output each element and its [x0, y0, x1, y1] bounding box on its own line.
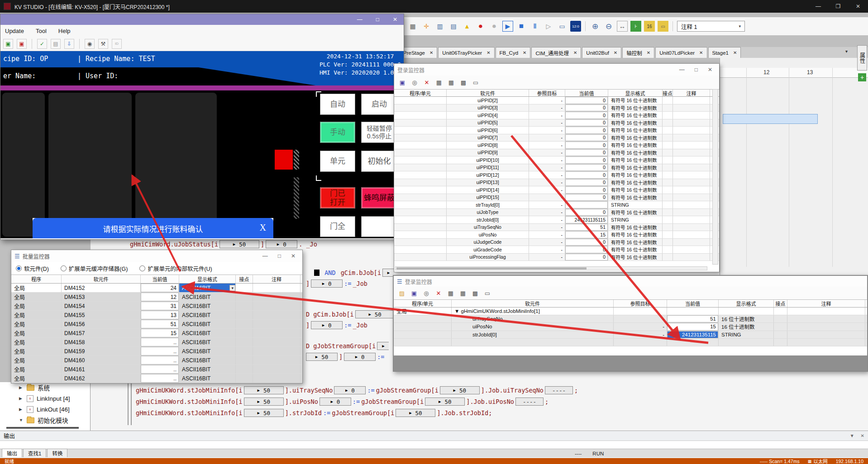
inline-value-box[interactable]: ▶50: [306, 353, 338, 361]
minimize-icon[interactable]: —: [357, 16, 362, 23]
save-icon[interactable]: ▣: [410, 289, 419, 298]
inline-value-box[interactable]: ▶50: [219, 240, 259, 248]
radio-icon[interactable]: [61, 265, 67, 271]
save-icon[interactable]: ▣: [398, 78, 407, 87]
monitor-display-icon[interactable]: ▭: [471, 78, 480, 87]
inline-value-box[interactable]: ----: [545, 386, 573, 394]
close-icon[interactable]: ✕: [848, 3, 868, 9]
table-row[interactable]: uiPPID[4]-0有符号 16 位十进制数: [394, 112, 719, 119]
insert-row-icon[interactable]: ▦: [446, 289, 455, 298]
table-row[interactable]: uiPPID[7]-0有符号 16 位十进制数: [394, 134, 719, 142]
id-icon[interactable]: ID: [112, 39, 122, 49]
inline-value-box[interactable]: ▶50: [425, 398, 465, 406]
table-row[interactable]: uiPPID[10]-0有符号 16 位十进制数: [394, 156, 719, 164]
hmi-button-blank[interactable]: [361, 216, 397, 237]
table-row[interactable]: uiPPID[8]-0有符号 16 位十进制数: [394, 142, 719, 149]
table-row[interactable]: uiPPID[2]-0有符号 16 位十进制数: [394, 97, 719, 104]
register-device-icon[interactable]: ▩: [471, 289, 480, 298]
table-row[interactable]: uiTraySeqNo-5116 位十进制数: [394, 315, 867, 323]
close-icon[interactable]: ✕: [708, 66, 712, 73]
monitor-disconnect-icon[interactable]: ▣: [17, 39, 27, 49]
table-row[interactable]: 全局DM4162..ASCII16BIT: [11, 374, 302, 383]
tree-scrollbar[interactable]: [6, 427, 79, 429]
tree-item-LinkOut [46][interactable]: ▶≡LinkOut [46]: [0, 404, 90, 415]
monitor-display-icon[interactable]: ▭: [483, 289, 492, 298]
registration-table-icon[interactable]: ▦: [407, 21, 418, 32]
tab-overflow-icon[interactable]: ▾: [845, 49, 848, 54]
menu-update[interactable]: Update: [5, 28, 24, 34]
hmi-button-自动[interactable]: 自动: [320, 94, 355, 115]
radio-icon[interactable]: [139, 265, 145, 271]
table-row[interactable]: uiPPID[6]-0有符号 16 位十进制数: [394, 127, 719, 134]
expand-icon[interactable]: ▶: [19, 407, 24, 412]
tab-close-icon[interactable]: ✕: [699, 50, 703, 55]
tab-FB_Cyd[interactable]: FB_Cyd✕: [496, 47, 531, 58]
table-row[interactable]: 全局DM415715ASCII16BIT: [11, 329, 302, 338]
zoom-out-icon[interactable]: ⊖: [603, 21, 614, 32]
inline-value-box[interactable]: ▶0: [344, 353, 376, 361]
insert-row-icon[interactable]: ▦: [434, 78, 444, 87]
radio-扩展单元缓冲存储器(G)[interactable]: 扩展单元缓冲存储器(G): [61, 264, 128, 273]
table-row[interactable]: uiPPID[12]-0有符号 16 位十进制数: [394, 171, 719, 179]
menu-tool[interactable]: Tool: [36, 28, 47, 34]
horizontal-scrollbar[interactable]: [395, 266, 707, 270]
tab-properties[interactable]: 属性: [857, 45, 867, 71]
table-row[interactable]: 程序/单元软元件参照目标当前值显示格式接点注释: [394, 299, 867, 308]
tab-Unit06TrayPicker[interactable]: Unit06TrayPicker✕: [438, 47, 494, 58]
comment-select[interactable]: 注释 1 ▾: [677, 21, 745, 32]
minimize-icon[interactable]: —: [808, 3, 828, 9]
close-icon[interactable]: ✕: [291, 253, 296, 259]
tab-close-icon[interactable]: ✕: [523, 50, 526, 55]
inline-value-box[interactable]: ▶50: [440, 386, 480, 394]
radio-扩展单元的内部软元件(U)[interactable]: 扩展单元的内部软元件(U): [139, 264, 212, 273]
table-row[interactable]: uiJobType-0有符号 16 位十进制数: [394, 209, 719, 217]
table-row[interactable]: [394, 339, 867, 346]
hmi-button-启动[interactable]: 启动: [361, 94, 397, 115]
table-row[interactable]: 全局▼ gHmiCimUKWord.stJobMiniInfo[1]: [394, 308, 867, 315]
selected-cell[interactable]: [723, 114, 818, 124]
table-row[interactable]: uiPosNo-15有符号 16 位十进制数: [394, 231, 719, 239]
append-row-icon[interactable]: ▦: [447, 78, 456, 87]
table-row[interactable]: uiPPID[11]-0有符号 16 位十进制数: [394, 164, 719, 172]
inline-value-box[interactable]: ▶0: [320, 398, 351, 406]
play-icon[interactable]: ▶: [502, 21, 513, 32]
zoom-in-icon[interactable]: ⊕: [590, 21, 601, 32]
table-row[interactable]: strJobId[0]-241231135115STRING: [394, 331, 867, 339]
chevron-down-icon[interactable]: ▾: [739, 24, 741, 28]
hmi-button-轻碰暂停0.5s停止[interactable]: 轻碰暂停 0.5s停止: [361, 122, 397, 143]
tab-轴控制[interactable]: 轴控制✕: [622, 47, 654, 58]
tab-close-icon[interactable]: ✕: [733, 50, 737, 55]
output-tab-转换[interactable]: 转换: [47, 449, 67, 457]
restore-icon[interactable]: □: [695, 66, 698, 73]
table-row[interactable]: 全局DM415513ASCII16BIT: [11, 311, 302, 320]
table-row[interactable]: uiPosNo-1516 位十进制数: [394, 323, 867, 331]
download-doc-icon[interactable]: ⇩: [64, 39, 74, 49]
output-tab-输出[interactable]: 输出: [2, 449, 22, 457]
tab-PreStage[interactable]: PreStage✕: [399, 47, 437, 58]
touch-operation-icon[interactable]: ✛: [421, 21, 432, 32]
stop-icon[interactable]: ■: [516, 21, 527, 32]
add-tab-button[interactable]: +: [858, 73, 866, 81]
tab-close-icon[interactable]: ✕: [573, 50, 577, 55]
menu-help[interactable]: Help: [58, 28, 71, 34]
verify-doc-icon[interactable]: ✓: [37, 39, 47, 49]
table-row[interactable]: uiPPID[14]-0有符号 16 位十进制数: [394, 186, 719, 194]
vertical-scrollbar[interactable]: [712, 89, 718, 265]
table-row[interactable]: 全局DM4161..ASCII16BIT: [11, 365, 302, 374]
close-icon[interactable]: X: [260, 223, 266, 233]
inline-value-box[interactable]: ▶0: [334, 386, 366, 394]
table-row[interactable]: 全局DM4160..ASCII16BIT: [11, 356, 302, 365]
tab-Unit02Buf[interactable]: Unit02Buf✕: [582, 47, 621, 58]
expand-icon[interactable]: ▶: [19, 396, 24, 401]
maximize-icon[interactable]: ❐: [828, 3, 848, 9]
document-time-icon[interactable]: ▤: [448, 21, 459, 32]
table-row[interactable]: 全局DM415312ASCII16BIT: [11, 293, 302, 302]
inline-value-box[interactable]: ▶0: [311, 321, 343, 329]
close-icon[interactable]: ✕: [393, 16, 397, 23]
tab-close-icon[interactable]: ✕: [647, 50, 650, 55]
pause-icon[interactable]: ‖: [529, 21, 540, 32]
ladder-editor-area[interactable]: 12 13: [720, 57, 868, 275]
inline-value-box[interactable]: ▶50: [244, 386, 284, 394]
register-device-icon[interactable]: ▩: [459, 78, 468, 87]
monitor-window-icon[interactable]: ▭: [557, 21, 568, 32]
